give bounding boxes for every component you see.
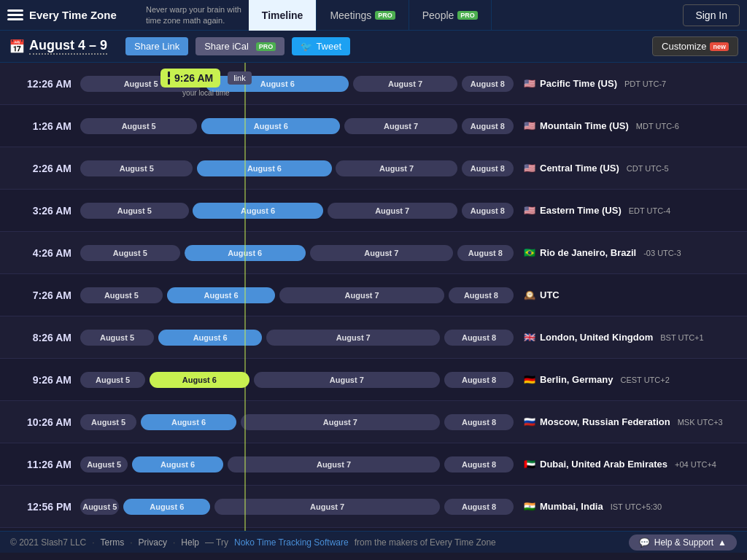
day-bar: August 5: [80, 499, 119, 515]
tz-time-moscow: 10:26 AM: [0, 416, 80, 428]
timeline-container[interactable]: 9:26 AM link your local time 12:26 AMAug…: [0, 63, 747, 531]
day-bar: August 7: [310, 245, 453, 261]
tab-timeline[interactable]: Timeline: [249, 0, 317, 31]
tz-bar-area-eastern: August 5August 6August 7August 8: [80, 190, 514, 232]
day-bar: August 8: [462, 203, 514, 219]
timezone-row-berlin: 9:26 AMAugust 5August 6August 7August 8🇩…: [0, 359, 747, 401]
day-bar: August 6: [158, 330, 263, 346]
day-bar: August 5: [80, 330, 154, 346]
tab-meetings[interactable]: Meetings Pro: [317, 0, 409, 31]
calendar-icon: 📅: [9, 39, 25, 55]
customize-new-badge: new: [710, 42, 729, 51]
day-bar: August 7: [254, 372, 440, 388]
timezone-row-dubai: 11:26 AMAugust 5August 6August 7August 8…: [0, 443, 747, 486]
noko-link[interactable]: Noko Time Tracking Software: [234, 537, 349, 548]
tz-code-moscow: MSK UTC+3: [678, 418, 723, 427]
help-support-button[interactable]: 💬 Help & Support ▲: [629, 534, 737, 551]
local-time-label: your local time: [182, 89, 229, 97]
day-bar: August 6: [167, 287, 276, 303]
day-bar: August 7: [336, 160, 457, 176]
tz-flag-brazil: 🇧🇷: [524, 247, 535, 258]
tz-code-berlin: CEST UTC+2: [620, 376, 669, 384]
tz-flag-utc: 🕰️: [524, 289, 535, 300]
share-ical-button[interactable]: Share iCal Pro: [196, 37, 285, 55]
tz-name-central: Central Time (US): [540, 163, 619, 174]
tz-name-berlin: Berlin, Germany: [540, 374, 613, 385]
day-bar: August 7: [214, 499, 440, 515]
day-bar: August 5: [80, 203, 189, 219]
time-link-button[interactable]: link: [228, 71, 252, 85]
tz-label-eastern: 🇺🇸Eastern Time (US)EDT UTC-4: [514, 205, 747, 216]
current-time-indicator: 9:26 AM link your local time: [160, 69, 252, 97]
tz-name-mountain: Mountain Time (US): [540, 120, 629, 131]
tz-code-london: BST UTC+1: [660, 333, 703, 342]
chevron-up-icon: ▲: [718, 537, 727, 548]
day-bar: August 6: [141, 414, 236, 430]
tz-time-berlin: 9:26 AM: [0, 374, 80, 386]
tz-bar-area-moscow: August 5August 6August 7August 8: [80, 401, 514, 443]
logo-area: Every Time Zone: [7, 9, 139, 21]
day-bar: August 5: [80, 245, 180, 261]
tz-label-mumbai: 🇮🇳Mumbai, IndiaIST UTC+5:30: [514, 501, 747, 512]
day-bar: August 5: [80, 118, 197, 134]
tz-flag-london: 🇬🇧: [524, 332, 535, 343]
day-bar: August 5: [80, 372, 145, 388]
date-range-text[interactable]: August 4 – 9: [29, 38, 107, 55]
time-bars-icon: [168, 71, 170, 85]
tz-flag-central: 🇺🇸: [524, 163, 535, 174]
tz-bar-area-central: August 5August 6August 7August 8: [80, 147, 514, 190]
tz-flag-pacific: 🇺🇸: [524, 78, 535, 89]
day-bar: August 7: [279, 287, 444, 303]
day-bar: August 8: [457, 245, 514, 261]
logo-text[interactable]: Every Time Zone: [29, 9, 117, 21]
help-link[interactable]: Help: [181, 537, 199, 548]
tz-time-dubai: 11:26 AM: [0, 459, 80, 470]
tweet-button[interactable]: 🐦 Tweet: [292, 37, 350, 55]
day-bar: August 8: [444, 330, 514, 346]
tz-name-brazil: Rio de Janeiro, Brazil: [540, 247, 636, 258]
tz-time-brazil: 4:26 AM: [0, 247, 80, 259]
menu-icon[interactable]: [7, 9, 23, 20]
timezone-row-brazil: 4:26 AMAugust 5August 6August 7August 8🇧…: [0, 232, 747, 274]
tz-name-pacific: Pacific Time (US): [540, 78, 617, 89]
sign-in-button[interactable]: Sign In: [683, 4, 740, 26]
tz-name-mumbai: Mumbai, India: [540, 501, 603, 512]
tz-label-berlin: 🇩🇪Berlin, GermanyCEST UTC+2: [514, 374, 747, 385]
privacy-link[interactable]: Privacy: [139, 537, 167, 548]
tagline: Never warp your brain with time zone mat…: [146, 4, 241, 26]
tz-label-london: 🇬🇧London, United KingdomBST UTC+1: [514, 332, 747, 343]
day-bar: August 7: [353, 76, 457, 92]
day-bar: August 8: [449, 287, 514, 303]
try-text: — Try: [205, 537, 228, 548]
tz-time-london: 8:26 AM: [0, 332, 80, 343]
date-range: 📅 August 4 – 9: [9, 38, 118, 55]
day-bar: August 8: [444, 414, 514, 430]
day-bar: August 7: [344, 118, 457, 134]
day-bar: August 5: [80, 456, 128, 472]
tz-time-central: 2:26 AM: [0, 163, 80, 174]
tz-flag-dubai: 🇦🇪: [524, 459, 535, 470]
share-link-button[interactable]: Share Link: [125, 37, 188, 55]
tz-code-brazil: -03 UTC-3: [643, 249, 681, 257]
tz-time-mountain: 1:26 AM: [0, 120, 80, 132]
tz-bar-area-brazil: August 5August 6August 7August 8: [80, 232, 514, 274]
tz-label-dubai: 🇦🇪Dubai, United Arab Emirates+04 UTC+4: [514, 459, 747, 470]
chat-icon: 💬: [639, 537, 650, 548]
nav-tabs: Timeline Meetings Pro People Pro: [249, 0, 492, 31]
tz-label-brazil: 🇧🇷Rio de Janeiro, Brazil-03 UTC-3: [514, 247, 747, 258]
tab-people[interactable]: People Pro: [409, 0, 492, 31]
tz-label-moscow: 🇷🇺Moscow, Russian FederationMSK UTC+3: [514, 416, 747, 427]
day-bar: August 7: [228, 456, 440, 472]
day-bar: August 8: [462, 118, 514, 134]
customize-button[interactable]: Customize new: [652, 36, 738, 56]
terms-link[interactable]: Terms: [101, 537, 125, 548]
day-bar: August 8: [462, 160, 514, 176]
tz-bar-area-pacific: August 5August 6August 7August 8: [80, 63, 514, 105]
timezone-row-central: 2:26 AMAugust 5August 6August 7August 8🇺…: [0, 147, 747, 190]
day-bar: August 6: [197, 160, 331, 176]
tz-label-central: 🇺🇸Central Time (US)CDT UTC-5: [514, 163, 747, 174]
tz-bar-area-mumbai: August 5August 6August 7August 8: [80, 486, 514, 528]
tz-flag-berlin: 🇩🇪: [524, 374, 535, 385]
tz-label-mountain: 🇺🇸Mountain Time (US)MDT UTC-6: [514, 120, 747, 131]
header: Every Time Zone Never warp your brain wi…: [0, 0, 747, 31]
